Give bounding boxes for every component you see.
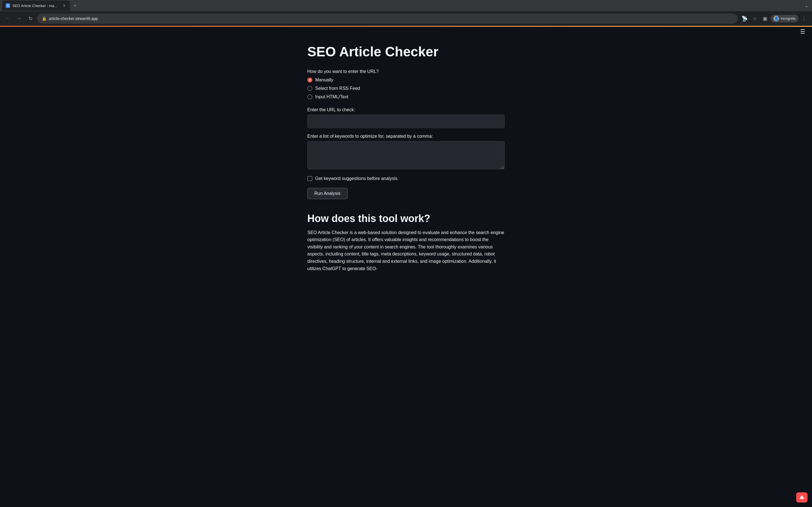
keywords-section: Enter a list of keywords to optimize for… bbox=[307, 134, 505, 170]
browser-chrome: S SEO Article Checker - made b ✕ + ⌄ ← →… bbox=[0, 0, 812, 27]
radio-manually-label: Manually bbox=[315, 77, 333, 82]
incognito-label: Incognito bbox=[781, 16, 796, 20]
keyword-suggestions-label: Get keyword suggestions before analysis bbox=[315, 176, 398, 181]
keyword-suggestions-row: Get keyword suggestions before analysis bbox=[307, 176, 505, 181]
main-content: SEO Article Checker How do you want to e… bbox=[209, 27, 603, 283]
cast-icon[interactable]: 📡 bbox=[740, 14, 749, 23]
browser-toolbar: ← → ↻ 🔒 article-checker.streamlit.app 📡 … bbox=[0, 11, 812, 26]
radio-html-label: Input HTML/Text bbox=[315, 94, 348, 100]
radio-rss-label: Select from RSS Feed bbox=[315, 86, 360, 91]
browser-tabs: S SEO Article Checker - made b ✕ + ⌄ bbox=[0, 0, 812, 11]
radio-option-manually[interactable]: Manually bbox=[307, 77, 505, 82]
radio-manually[interactable] bbox=[307, 77, 312, 82]
split-screen-icon[interactable]: ▣ bbox=[760, 14, 769, 23]
menu-button[interactable]: ⋮ bbox=[800, 14, 809, 23]
lock-icon: 🔒 bbox=[42, 16, 47, 21]
incognito-badge: 👤 Incognito bbox=[770, 15, 799, 22]
tab-title: SEO Article Checker - made b bbox=[12, 4, 60, 8]
run-analysis-button[interactable]: Run Analysis bbox=[307, 188, 348, 199]
streamlit-badge[interactable] bbox=[796, 492, 808, 503]
url-input-label: Enter the URL to check: bbox=[307, 107, 505, 112]
hamburger-menu-button[interactable]: ☰ bbox=[798, 26, 808, 37]
tab-favicon: S bbox=[6, 3, 10, 8]
keyword-suggestions-checkbox[interactable] bbox=[307, 176, 312, 181]
url-method-label: How do you want to enter the URL? bbox=[307, 69, 505, 74]
bookmark-icon[interactable]: ☆ bbox=[750, 14, 759, 23]
page-title: SEO Article Checker bbox=[307, 44, 505, 60]
incognito-icon: 👤 bbox=[773, 16, 779, 21]
url-method-radio-group: Manually Select from RSS Feed Input HTML… bbox=[307, 77, 505, 100]
refresh-button[interactable]: ↻ bbox=[26, 14, 35, 23]
resize-handle-icon bbox=[500, 166, 504, 169]
toolbar-right: 📡 ☆ ▣ 👤 Incognito ⋮ bbox=[740, 14, 809, 23]
keywords-label: Enter a list of keywords to optimize for… bbox=[307, 134, 505, 139]
url-input[interactable] bbox=[307, 115, 505, 128]
content-wrapper: SEO Article Checker How do you want to e… bbox=[307, 44, 505, 272]
radio-rss[interactable] bbox=[307, 86, 312, 91]
tab-close-button[interactable]: ✕ bbox=[62, 3, 66, 8]
how-does-it-work-title: How does this tool work? bbox=[307, 213, 505, 224]
back-button[interactable]: ← bbox=[3, 14, 12, 23]
keywords-textarea-wrapper bbox=[307, 141, 505, 170]
page-load-progress bbox=[0, 26, 812, 27]
radio-option-html[interactable]: Input HTML/Text bbox=[307, 94, 505, 100]
address-bar[interactable]: 🔒 article-checker.streamlit.app bbox=[37, 13, 738, 24]
forward-button[interactable]: → bbox=[15, 14, 24, 23]
keywords-textarea[interactable] bbox=[307, 141, 505, 169]
url-text: article-checker.streamlit.app bbox=[49, 16, 733, 21]
radio-html[interactable] bbox=[307, 94, 312, 100]
tab-menu-button[interactable]: ⌄ bbox=[803, 1, 810, 10]
browser-tab-active[interactable]: S SEO Article Checker - made b ✕ bbox=[2, 1, 70, 11]
streamlit-icon bbox=[799, 494, 805, 501]
how-does-it-work-description: SEO Article Checker is a web-based solut… bbox=[307, 229, 505, 272]
new-tab-button[interactable]: + bbox=[71, 2, 79, 10]
radio-option-rss[interactable]: Select from RSS Feed bbox=[307, 86, 505, 91]
url-input-section: Enter the URL to check: bbox=[307, 107, 505, 128]
